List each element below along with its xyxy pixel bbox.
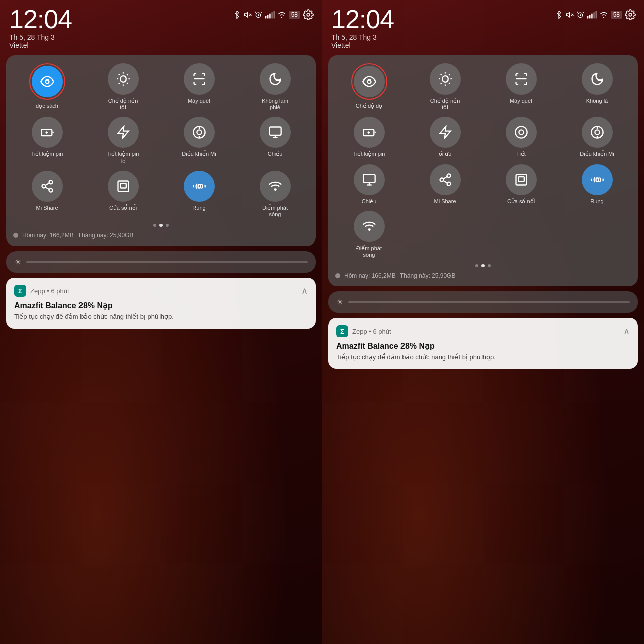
qs-circle-tiet-to-left: [108, 117, 139, 148]
svg-point-52: [442, 76, 448, 82]
lightning-icon-left: [116, 125, 130, 139]
qs-item-dieu-khien-right[interactable]: Điều khiển Mi: [560, 117, 634, 157]
wifi-share-icon-left: [268, 179, 282, 193]
qs-circle-oi-uu-right: [430, 117, 461, 148]
target-icon-left: [192, 125, 206, 139]
qs-label-mi-share-left: Mi Share: [36, 205, 58, 211]
qs-item-mi-share-right[interactable]: Mi Share: [408, 164, 482, 205]
qs-label-oi-uu-right: ối ưu: [439, 151, 452, 157]
qs-circle-tiet-kiem-left: [32, 117, 63, 148]
qs-label-chieu-left: Chiều: [268, 151, 283, 157]
qs-item-may-quet-left[interactable]: Máy quét: [162, 63, 236, 111]
svg-line-35: [45, 187, 49, 190]
qs-item-che-do-nen-toi-right[interactable]: Chế độ nền tối: [408, 63, 482, 111]
data-today-right: Hôm nay: 166,2MB: [344, 272, 396, 279]
dot-2-left: [159, 224, 163, 227]
qs-label-may-quet-right: Máy quét: [510, 98, 532, 104]
wifi-icon-right: [599, 11, 608, 19]
qs-item-chieu-left[interactable]: Chiều: [238, 117, 312, 164]
signal-icon: [265, 11, 275, 19]
notif-header-right: Σ Zepp • 6 phút ∧: [336, 325, 630, 337]
wifi-share-icon-right: [362, 219, 376, 233]
notif-expand-right[interactable]: ∧: [623, 326, 630, 337]
qs-item-chieu-right[interactable]: Chiều: [332, 164, 406, 205]
volume-icon: [244, 11, 252, 19]
svg-rect-81: [516, 174, 526, 185]
notif-expand-left[interactable]: ∧: [301, 285, 308, 296]
svg-point-33: [42, 184, 45, 188]
data-dot-left: [13, 233, 18, 238]
brightness-icon-right: [438, 72, 452, 86]
brightness-track-left[interactable]: [26, 261, 308, 263]
date-right: Th 5, 28 Thg 3: [331, 33, 377, 41]
qs-label-mi-share-right: Mi Share: [434, 198, 456, 205]
data-month-left: Tháng này: 25,90GB: [78, 232, 134, 239]
brightness-track-right[interactable]: [348, 301, 630, 303]
qs-item-doc-sach[interactable]: đọc sách: [10, 63, 84, 111]
svg-point-8: [307, 13, 310, 16]
qs-item-cua-so-right[interactable]: Cửa sổ nổi: [484, 164, 558, 205]
qs-grid-left: đọc sách Chế: [10, 63, 312, 218]
qs-item-tiet-kiem-right[interactable]: Tiết kiệm pin: [332, 117, 406, 157]
notification-card-right[interactable]: Σ Zepp • 6 phút ∧ Amazfit Balance 28% Nạ…: [328, 318, 638, 369]
picture-icon-left: [116, 179, 130, 193]
gear-icon-left[interactable]: [303, 9, 314, 20]
page-dots-right: [332, 264, 634, 267]
qs-label-rung-right: Rung: [590, 198, 603, 205]
notif-app-name-left: Zepp • 6 phút: [30, 287, 69, 295]
qs-item-che-do-nen-toi-left[interactable]: Chế độ nền tối: [86, 63, 160, 111]
qs-item-mi-share-left[interactable]: Mi Share: [10, 171, 84, 218]
qs-label-may-quet-left: Máy quét: [188, 98, 210, 104]
qs-item-wifi-hotspot-left[interactable]: Điểm phát sóng: [238, 171, 312, 218]
bluetooth-icon-right: [555, 11, 563, 19]
qs-item-khong-lam-right[interactable]: Không là: [560, 63, 634, 111]
notif-title-right: Amazfit Balance 28% Nạp: [336, 341, 630, 351]
qs-label-khong-lam-right: Không là: [586, 98, 608, 104]
qs-item-oi-uu-right[interactable]: ối ưu: [408, 117, 482, 157]
qs-label-rung-left: Rung: [192, 205, 205, 211]
data-today-left: Hôm nay: 166,2MB: [22, 232, 74, 239]
svg-rect-45: [587, 16, 588, 19]
qs-grid-right: Chế độ đọ Chế: [332, 63, 634, 258]
qs-circle-mi-share-right: [430, 164, 461, 195]
qs-item-khong-lam-left[interactable]: Không làm phiê: [238, 63, 312, 111]
qs-label-dieu-khien-left: Điều khiển Mi: [182, 151, 216, 157]
qs-label-tiet-to-left: Tiết kiệm pin tố: [106, 151, 141, 164]
qs-item-dieu-khien-left[interactable]: Điều khiển Mi: [162, 117, 236, 164]
qs-circle-rung-right: [582, 164, 613, 195]
qs-item-tiet-kiem-pin-left[interactable]: Tiết kiệm pin: [10, 117, 84, 164]
qs-item-che-do-doc[interactable]: Chế độ đọ: [332, 63, 406, 111]
svg-line-56: [449, 83, 450, 84]
qs-item-may-quet-right[interactable]: Máy quét: [484, 63, 558, 111]
qs-circle-khong-lam-left: [260, 63, 291, 95]
notification-card-left[interactable]: Σ Zepp • 6 phút ∧ Amazfit Balance 28% Nạ…: [6, 278, 316, 329]
qs-label-che-do: Chế độ đọ: [356, 103, 382, 109]
svg-point-78: [447, 182, 450, 185]
notif-body-left: Tiếp tục chạy để đảm bảo chức năng thiết…: [14, 312, 308, 321]
dot-1-right: [475, 264, 478, 267]
qs-circle-chieu-right: [354, 164, 385, 195]
svg-rect-38: [120, 183, 126, 188]
brightness-bar-left: ☀: [6, 251, 316, 273]
qs-label-hotspot-left: Điểm phát sóng: [258, 205, 293, 218]
notif-app-info-right: Σ Zepp • 6 phút: [336, 325, 391, 337]
qs-item-rung-left[interactable]: Rung: [162, 171, 236, 218]
svg-rect-83: [596, 178, 598, 181]
target2-icon-right: [514, 125, 528, 139]
notif-title-left: Amazfit Balance 28% Nạp: [14, 301, 308, 310]
gear-icon-right[interactable]: [625, 9, 636, 20]
qs-item-tiet-right[interactable]: Tiết: [484, 117, 558, 157]
share-icon-left: [40, 179, 54, 193]
qs-item-rung-right[interactable]: Rung: [560, 164, 634, 205]
qs-circle-nen-toi-right: [430, 63, 461, 95]
qs-circle-che-do: [354, 66, 385, 97]
svg-rect-39: [198, 184, 200, 188]
qs-item-hotspot-right[interactable]: Điểm phát sóng: [332, 211, 406, 258]
volume-icon-right: [566, 11, 574, 19]
share-icon-right: [438, 173, 452, 187]
svg-line-14: [127, 83, 128, 84]
svg-line-80: [443, 176, 447, 179]
qs-item-cua-so-left[interactable]: Cửa sổ nổi: [86, 171, 160, 218]
svg-point-70: [595, 130, 599, 135]
qs-item-tiet-kiem-to-left[interactable]: Tiết kiệm pin tố: [86, 117, 160, 164]
